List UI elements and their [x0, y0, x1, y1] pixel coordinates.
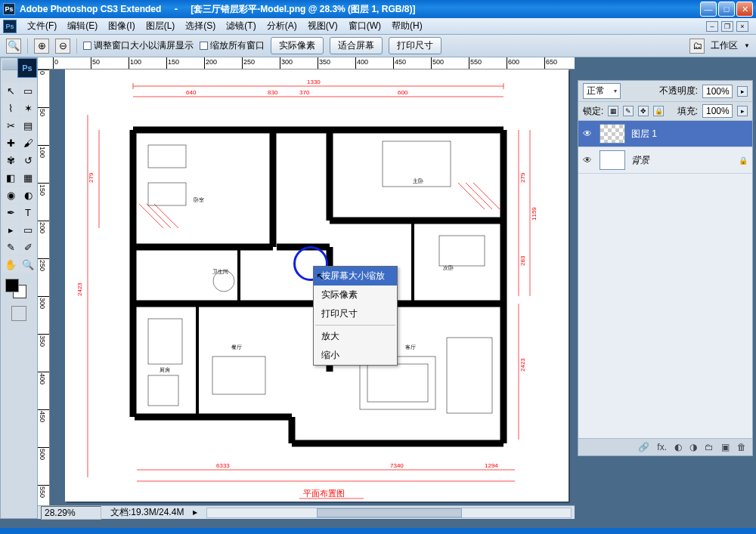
- svg-text:厨房: 厨房: [160, 367, 170, 372]
- quick-mask-button[interactable]: [11, 306, 26, 321]
- layer-thumbnail[interactable]: [600, 150, 625, 170]
- menu-select[interactable]: 选择(S): [181, 18, 220, 34]
- doc-restore-button[interactable]: ❐: [721, 21, 733, 32]
- svg-rect-37: [212, 357, 265, 394]
- menu-edit[interactable]: 编辑(E): [63, 18, 102, 34]
- menu-analysis[interactable]: 分析(A): [262, 18, 302, 34]
- fit-screen-button[interactable]: 适合屏幕: [330, 37, 383, 54]
- workspace-icon[interactable]: 🗂: [689, 39, 705, 54]
- layer-thumbnail[interactable]: [600, 124, 625, 144]
- svg-rect-35: [148, 319, 182, 364]
- cm-fit-screen[interactable]: 按屏幕大小缩放: [314, 267, 397, 286]
- visibility-icon[interactable]: 👁: [583, 128, 593, 139]
- fx-icon[interactable]: fx.: [657, 442, 667, 452]
- canvas-area[interactable]: 1330 640 830 370 600 2423 279 279 283 11…: [50, 69, 575, 505]
- path-select-tool[interactable]: ▸: [2, 221, 19, 238]
- zoom-tool[interactable]: 🔍: [20, 256, 36, 273]
- hand-tool[interactable]: ✋: [2, 256, 19, 273]
- crop-tool[interactable]: ✂: [2, 117, 19, 134]
- move-tool[interactable]: ↖: [2, 82, 19, 99]
- heal-tool[interactable]: ✚: [2, 134, 19, 151]
- color-swatches[interactable]: [2, 277, 36, 303]
- layer-row[interactable]: 👁 图层 1: [578, 121, 752, 147]
- menu-filter[interactable]: 滤镜(T): [222, 18, 260, 34]
- status-bar: 28.29% 文档:19.3M/24.4M ▶: [38, 505, 575, 519]
- zoom-all-windows-checkbox[interactable]: 缩放所有窗口: [200, 39, 265, 52]
- svg-text:次卧: 次卧: [443, 265, 454, 271]
- svg-line-45: [458, 183, 485, 209]
- gradient-tool[interactable]: ▦: [20, 169, 36, 186]
- print-size-button[interactable]: 打印尺寸: [389, 37, 442, 54]
- zoom-tool-icon: 🔍: [6, 39, 21, 54]
- lock-paint-button[interactable]: ✎: [623, 106, 634, 116]
- zoom-in-button[interactable]: ⊕: [34, 39, 49, 54]
- blur-tool[interactable]: ◉: [2, 187, 19, 203]
- notes-tool[interactable]: ✎: [2, 239, 19, 255]
- resize-to-fill-checkbox[interactable]: 调整窗口大小以满屏显示: [83, 39, 194, 52]
- zoom-out-button[interactable]: ⊖: [55, 39, 70, 54]
- menu-file[interactable]: 文件(F): [23, 18, 61, 34]
- cm-zoom-out[interactable]: 缩小: [314, 346, 397, 365]
- cm-actual-pixels[interactable]: 实际像素: [314, 286, 397, 304]
- actual-pixels-button[interactable]: 实际像素: [271, 37, 324, 54]
- svg-text:平面布置图: 平面布置图: [303, 489, 345, 498]
- mask-icon[interactable]: ◐: [674, 442, 682, 452]
- opacity-drop-button[interactable]: ▸: [737, 86, 748, 97]
- svg-text:640: 640: [186, 89, 197, 96]
- svg-rect-40: [447, 338, 492, 413]
- foreground-color-swatch[interactable]: [5, 279, 19, 292]
- svg-text:370: 370: [299, 89, 310, 96]
- opacity-field[interactable]: 100%: [702, 85, 733, 98]
- type-tool[interactable]: T: [20, 204, 36, 221]
- svg-rect-39: [367, 364, 428, 402]
- shape-tool[interactable]: ▭: [20, 221, 36, 238]
- new-layer-icon[interactable]: ▣: [721, 442, 730, 452]
- svg-text:1159: 1159: [531, 207, 538, 221]
- close-button[interactable]: ✕: [736, 2, 753, 17]
- lock-all-button[interactable]: 🔒: [653, 106, 664, 116]
- menu-image[interactable]: 图像(I): [104, 18, 139, 34]
- zoom-field[interactable]: 28.29%: [41, 506, 101, 520]
- layer-name: 图层 1: [631, 128, 657, 140]
- pen-tool[interactable]: ✒: [2, 204, 19, 221]
- eraser-tool[interactable]: ◧: [2, 169, 19, 186]
- fill-drop-button[interactable]: ▸: [737, 106, 748, 116]
- dodge-tool[interactable]: ◐: [20, 187, 36, 203]
- layer-list: 👁 图层 1 👁 背景 🔒: [578, 121, 752, 438]
- quick-select-tool[interactable]: ✶: [20, 100, 36, 116]
- brush-tool[interactable]: 🖌: [20, 134, 36, 151]
- adjust-icon[interactable]: ◑: [689, 442, 697, 452]
- menu-layer[interactable]: 图层(L): [141, 18, 180, 34]
- svg-text:客厅: 客厅: [405, 344, 416, 350]
- fill-field[interactable]: 100%: [702, 104, 733, 118]
- menu-help[interactable]: 帮助(H): [387, 18, 427, 34]
- horizontal-scrollbar[interactable]: [206, 508, 572, 518]
- lasso-tool[interactable]: ⌇: [2, 100, 19, 116]
- marquee-tool[interactable]: ▭: [20, 82, 36, 99]
- menu-view[interactable]: 视图(V): [303, 18, 342, 34]
- doc-minimize-button[interactable]: –: [706, 21, 718, 32]
- blend-mode-select[interactable]: 正常▾: [583, 83, 621, 99]
- lock-move-button[interactable]: ✥: [638, 106, 649, 116]
- svg-text:7340: 7340: [390, 462, 404, 469]
- history-brush-tool[interactable]: ↺: [20, 152, 36, 168]
- stamp-tool[interactable]: ✾: [2, 152, 19, 168]
- cm-print-size[interactable]: 打印尺寸: [314, 304, 397, 323]
- trash-icon[interactable]: 🗑: [737, 442, 746, 452]
- lock-trans-button[interactable]: ▦: [608, 106, 618, 116]
- layer-row[interactable]: 👁 背景 🔒: [578, 147, 752, 174]
- visibility-icon[interactable]: 👁: [583, 155, 593, 165]
- minimize-button[interactable]: —: [700, 2, 717, 17]
- svg-rect-32: [148, 183, 186, 205]
- svg-rect-34: [439, 236, 485, 266]
- eyedropper-tool[interactable]: ✐: [20, 239, 36, 255]
- menu-window[interactable]: 窗口(W): [344, 18, 386, 34]
- link-layers-icon[interactable]: 🔗: [638, 442, 649, 452]
- slice-tool[interactable]: ▤: [20, 117, 36, 134]
- ps-menu-icon[interactable]: Ps: [3, 20, 17, 33]
- maximize-button[interactable]: □: [718, 2, 735, 17]
- toolbox-ps-icon[interactable]: Ps: [17, 58, 37, 78]
- doc-close-button[interactable]: ×: [736, 21, 748, 32]
- cm-zoom-in[interactable]: 放大: [314, 327, 397, 346]
- group-icon[interactable]: 🗀: [705, 442, 714, 452]
